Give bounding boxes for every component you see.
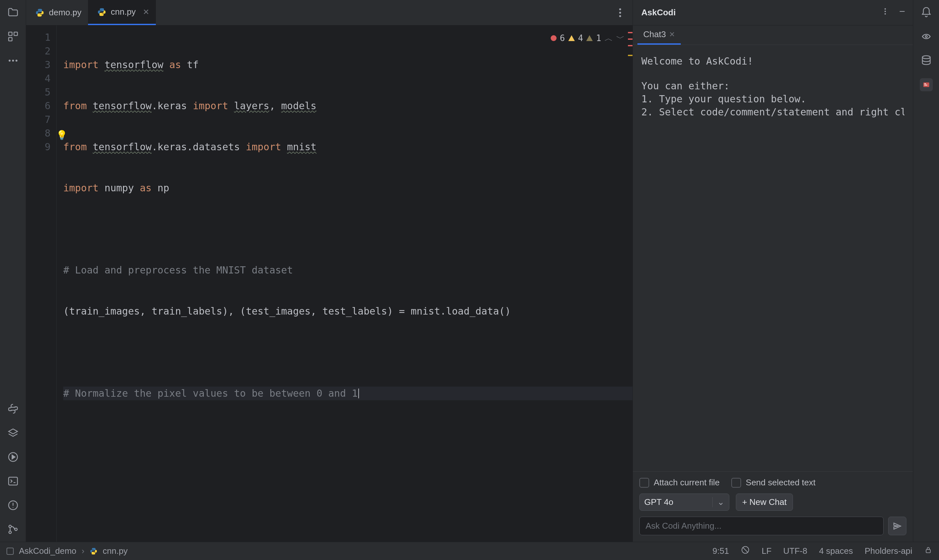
tab-cnn-py[interactable]: cnn.py ✕ [88,0,156,25]
chevron-down-icon[interactable]: ﹀ [616,31,625,45]
svg-point-12 [619,8,621,10]
file-encoding[interactable]: UTF-8 [783,546,807,556]
python-file-icon [90,547,97,555]
attach-file-label: Attach current file [654,477,720,488]
indent-guides-icon[interactable] [741,545,750,557]
tab-label: demo.py [49,8,82,18]
svg-rect-0 [8,32,12,36]
svg-point-10 [9,531,11,534]
svg-point-5 [15,60,17,62]
svg-point-13 [619,12,621,14]
editor-pane: demo.py cnn.py ✕ 1 2 3 4 5 6 7 [26,0,633,542]
instruction-option-2: 2. Select code/comment/statement and rig… [641,106,904,118]
warning-count: 4 [578,31,583,45]
chat-messages: Welcome to AskCodi! You can either: 1. T… [633,45,913,471]
warning-icon [568,35,575,41]
send-selected-label: Send selected text [746,477,816,488]
breadcrumb-project[interactable]: AskCodi_demo [19,546,76,556]
error-icon [551,35,557,41]
svg-point-19 [922,56,930,58]
svg-rect-2 [8,37,12,41]
askcodi-tool-icon[interactable] [920,78,933,91]
svg-point-4 [12,60,14,62]
svg-point-9 [9,525,11,528]
model-select[interactable]: GPT 4o ⌄ [639,494,730,511]
model-value: GPT 4o [644,497,673,507]
line-number-gutter: 1 2 3 4 5 6 7 8 9 [26,25,57,542]
attach-file-checkbox[interactable]: Attach current file [639,477,720,488]
left-tool-rail [0,0,26,542]
services-icon[interactable] [6,451,20,463]
problems-icon[interactable] [6,499,20,512]
svg-rect-24 [926,549,931,553]
more-icon[interactable] [6,54,20,67]
options-icon[interactable] [881,7,890,18]
chat-input[interactable]: Ask Codi Anything... [639,517,884,535]
structure-icon[interactable] [6,30,20,43]
project-icon[interactable] [6,548,14,555]
cursor-position[interactable]: 9:51 [713,546,729,556]
weak-warning-icon [586,35,593,41]
status-bar: AskCodi_demo › cnn.py 9:51 LF UTF-8 4 sp… [0,542,939,560]
svg-point-17 [885,13,886,14]
close-icon[interactable]: ✕ [669,30,675,39]
svg-rect-22 [924,85,927,85]
tab-demo-py[interactable]: demo.py [26,0,88,25]
folder-icon[interactable] [6,6,20,19]
instruction-option-1: 1. Type your question below. [641,92,904,106]
svg-point-18 [925,35,927,37]
error-count: 6 [560,31,565,45]
line-separator[interactable]: LF [762,546,771,556]
minimize-icon[interactable] [898,7,907,18]
api-status[interactable]: Pholders-api [865,546,912,556]
right-tool-rail [913,0,939,542]
breadcrumb-file[interactable]: cnn.py [103,546,128,556]
weak-count: 1 [596,31,601,45]
svg-point-15 [885,8,886,9]
svg-point-16 [885,11,886,12]
error-stripe[interactable] [627,25,633,542]
chevron-up-icon[interactable]: ︿ [605,31,613,45]
vcs-icon[interactable] [6,523,20,536]
svg-point-3 [8,60,11,62]
new-chat-button[interactable]: + New Chat [736,494,793,511]
readonly-lock-icon[interactable] [924,546,933,556]
chat-input-area: Attach current file Send selected text G… [633,471,913,542]
code-editor[interactable]: 1 2 3 4 5 6 7 8 9 import tensorflow as t… [26,25,633,542]
svg-rect-1 [14,32,18,36]
chevron-right-icon: › [82,546,85,556]
editor-tab-bar: demo.py cnn.py ✕ [26,0,633,25]
chevron-down-icon: ⌄ [713,497,725,507]
send-selected-checkbox[interactable]: Send selected text [731,477,816,488]
intention-bulb-icon[interactable]: 💡 [56,128,68,142]
tab-label: cnn.py [111,7,136,17]
tab-menu-icon[interactable] [614,6,627,19]
panel-title: AskCodi [641,8,676,18]
packages-icon[interactable] [6,426,20,439]
close-icon[interactable]: ✕ [143,8,149,17]
indent-setting[interactable]: 4 spaces [819,546,853,556]
terminal-icon[interactable] [6,475,20,488]
svg-point-14 [619,15,621,17]
notifications-icon[interactable] [920,6,933,19]
svg-point-11 [15,528,17,531]
python-console-icon[interactable] [6,402,20,415]
ai-assistant-icon[interactable] [920,30,933,43]
chat-tab-label: Chat3 [643,29,666,40]
chat-placeholder: Ask Codi Anything... [645,521,722,531]
code-content[interactable]: import tensorflow as tf from tensorflow.… [57,25,633,542]
database-icon[interactable] [920,54,933,67]
svg-rect-7 [8,477,17,485]
send-button[interactable] [888,517,907,535]
inspections-widget[interactable]: 6 4 1 ︿ ﹀ [551,31,625,45]
svg-rect-21 [924,83,926,84]
